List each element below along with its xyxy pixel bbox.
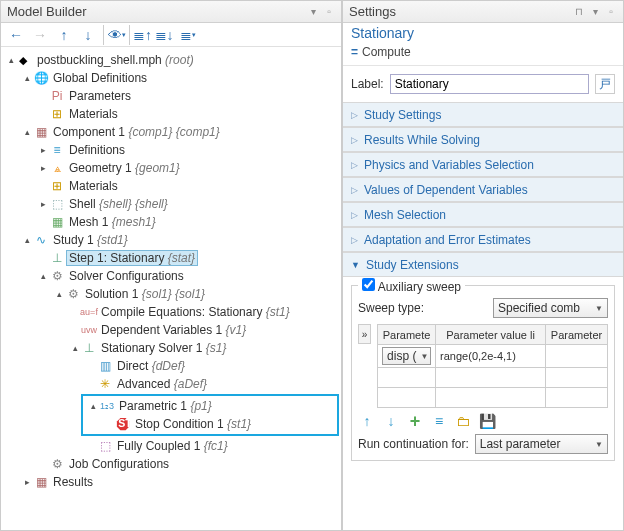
fully-coupled-icon: ⬚ xyxy=(97,438,113,454)
table-row[interactable]: disp (▼ range(0,2e-4,1) xyxy=(378,345,608,368)
tree-fully-coupled[interactable]: ⬚ Fully Coupled 1 {fc1} xyxy=(3,437,339,455)
section-results-while[interactable]: ▷Results While Solving xyxy=(343,128,623,152)
table-row-empty[interactable] xyxy=(378,388,608,408)
delete-button[interactable]: 🗀 xyxy=(454,412,472,430)
settings-panel: Settings ⊓ ▾ ▫ Stationary = Compute Labe… xyxy=(342,0,624,531)
section-physics-vars[interactable]: ▷Physics and Variables Selection xyxy=(343,153,623,177)
collapse-all-button[interactable]: ≣↑ xyxy=(129,25,151,45)
section-dep-values[interactable]: ▷Values of Dependent Variables xyxy=(343,178,623,202)
chevron-right-icon: ▷ xyxy=(351,160,358,170)
back-button[interactable]: ← xyxy=(5,25,27,45)
solution-icon: ⚙ xyxy=(65,286,81,302)
up-button[interactable]: ↑ xyxy=(53,25,75,45)
tree-study[interactable]: ▴ ∿ Study 1 {std1} xyxy=(3,231,339,249)
model-tree[interactable]: ▴ ◆ postbuckling_shell.mph (root) ▴ 🌐 Gl… xyxy=(1,47,341,530)
section-mesh-sel[interactable]: ▷Mesh Selection xyxy=(343,203,623,227)
th-param-values: Parameter value li xyxy=(436,325,546,345)
tree-depvars[interactable]: uvw Dependent Variables 1 {v1} xyxy=(3,321,339,339)
move-down-button[interactable]: ↓ xyxy=(382,412,400,430)
shell-icon: ⬚ xyxy=(49,196,65,212)
add-button[interactable]: + xyxy=(406,412,424,430)
tree-compile[interactable]: au=f Compile Equations: Stationary {st1} xyxy=(3,303,339,321)
tree-view-button[interactable]: ≣▾ xyxy=(177,25,199,45)
sweep-type-combo[interactable]: Specified comb▼ xyxy=(493,298,608,318)
tree-stationary-solver[interactable]: ▴ ⊥ Stationary Solver 1 {s1} xyxy=(3,339,339,357)
study-ext-body: Auxiliary sweep Sweep type: Specified co… xyxy=(343,277,623,469)
tree-solution[interactable]: ▴ ⚙ Solution 1 {sol1} {sol1} xyxy=(3,285,339,303)
chevron-right-icon: ▷ xyxy=(351,210,358,220)
tree-materials-global[interactable]: ⊞ Materials xyxy=(3,105,339,123)
advanced-icon: ✳ xyxy=(97,376,113,392)
section-adapt-err[interactable]: ▷Adaptation and Error Estimates xyxy=(343,228,623,252)
twisty-icon[interactable]: ▴ xyxy=(37,271,49,281)
tree-definitions[interactable]: ▸ ≡ Definitions xyxy=(3,141,339,159)
tree-solver-configs[interactable]: ▴ ⚙ Solver Configurations xyxy=(3,267,339,285)
tree-materials-comp[interactable]: ⊞ Materials xyxy=(3,177,339,195)
materials-icon: ⊞ xyxy=(49,106,65,122)
tree-job-configs[interactable]: ⚙ Job Configurations xyxy=(3,455,339,473)
twisty-icon[interactable]: ▴ xyxy=(87,401,99,411)
down-button[interactable]: ↓ xyxy=(77,25,99,45)
results-icon: ▦ xyxy=(33,474,49,490)
chevron-right-icon: ▷ xyxy=(351,110,358,120)
twisty-icon[interactable]: ▴ xyxy=(21,235,33,245)
close-icon[interactable]: ▫ xyxy=(323,6,335,18)
rename-button[interactable]: 戸 xyxy=(595,74,615,94)
save-button[interactable]: 💾 xyxy=(478,412,496,430)
run-cont-label: Run continuation for: xyxy=(358,437,469,451)
model-builder-panel: Model Builder ▾ ▫ ← → ↑ ↓ 👁▾ ≣↑ ≣↓ ≣▾ ▴ … xyxy=(0,0,342,531)
twisty-icon[interactable]: ▸ xyxy=(37,199,49,209)
minimize-icon[interactable]: ▾ xyxy=(307,6,319,18)
minimize-icon[interactable]: ▾ xyxy=(589,6,601,18)
table-row-empty[interactable] xyxy=(378,368,608,388)
twisty-icon[interactable]: ▴ xyxy=(5,55,17,65)
aux-sweep-group: Auxiliary sweep Sweep type: Specified co… xyxy=(351,285,615,461)
stationary-icon: ⊥ xyxy=(49,250,65,266)
tree-parametric[interactable]: ▴ 1₂3 Parametric 1 {p1} xyxy=(83,397,337,415)
twisty-icon[interactable]: ▸ xyxy=(21,477,33,487)
study-icon: ∿ xyxy=(33,232,49,248)
pin-icon[interactable]: ⊓ xyxy=(573,6,585,18)
root-icon: ◆ xyxy=(17,52,33,68)
list-button[interactable]: ≡ xyxy=(430,412,448,430)
twisty-icon[interactable]: ▸ xyxy=(37,145,49,155)
tree-component[interactable]: ▴ ▦ Component 1 {comp1} {comp1} xyxy=(3,123,339,141)
param-name-combo[interactable]: disp (▼ xyxy=(382,347,431,365)
label-input[interactable] xyxy=(390,74,589,94)
svg-text:◆: ◆ xyxy=(19,54,28,66)
expand-all-button[interactable]: ≣↓ xyxy=(153,25,175,45)
forward-button[interactable]: → xyxy=(29,25,51,45)
twisty-icon[interactable]: ▴ xyxy=(53,289,65,299)
section-study-settings[interactable]: ▷Study Settings xyxy=(343,103,623,127)
show-button[interactable]: 👁▾ xyxy=(103,25,125,45)
tree-advanced[interactable]: ✳ Advanced {aDef} xyxy=(3,375,339,393)
param-values-cell[interactable]: range(0,2e-4,1) xyxy=(436,345,546,368)
stop-icon: STOP xyxy=(115,416,131,432)
close-icon[interactable]: ▫ xyxy=(605,6,617,18)
tree-root[interactable]: ▴ ◆ postbuckling_shell.mph (root) xyxy=(3,51,339,69)
tree-direct[interactable]: ▥ Direct {dDef} xyxy=(3,357,339,375)
param-unit-cell[interactable] xyxy=(546,345,608,368)
aux-sweep-checkbox[interactable] xyxy=(362,278,375,291)
chevron-right-icon: ▷ xyxy=(351,135,358,145)
move-up-button[interactable]: ↑ xyxy=(358,412,376,430)
tree-mesh[interactable]: ▦ Mesh 1 {mesh1} xyxy=(3,213,339,231)
tree-stop-condition[interactable]: STOP Stop Condition 1 {st1} xyxy=(83,415,337,433)
section-study-ext[interactable]: ▼Study Extensions xyxy=(343,253,623,277)
tree-parameters[interactable]: Pi Parameters xyxy=(3,87,339,105)
settings-header: Settings ⊓ ▾ ▫ xyxy=(343,1,623,23)
tree-global-defs[interactable]: ▴ 🌐 Global Definitions xyxy=(3,69,339,87)
twisty-icon[interactable]: ▴ xyxy=(21,127,33,137)
twisty-icon[interactable]: ▴ xyxy=(21,73,33,83)
table-expand-button[interactable]: » xyxy=(358,324,371,344)
tree-step-stationary[interactable]: ⊥ Step 1: Stationary {stat} xyxy=(3,249,339,267)
compute-button[interactable]: = Compute xyxy=(343,43,623,66)
tree-geometry[interactable]: ▸ ⟁ Geometry 1 {geom1} xyxy=(3,159,339,177)
compile-icon: au=f xyxy=(81,304,97,320)
tree-results[interactable]: ▸ ▦ Results xyxy=(3,473,339,491)
twisty-icon[interactable]: ▴ xyxy=(69,343,81,353)
param-table[interactable]: ParameteParameter value liParameter disp… xyxy=(377,324,608,408)
run-cont-combo[interactable]: Last parameter▼ xyxy=(475,434,608,454)
twisty-icon[interactable]: ▸ xyxy=(37,163,49,173)
tree-shell[interactable]: ▸ ⬚ Shell {shell} {shell} xyxy=(3,195,339,213)
